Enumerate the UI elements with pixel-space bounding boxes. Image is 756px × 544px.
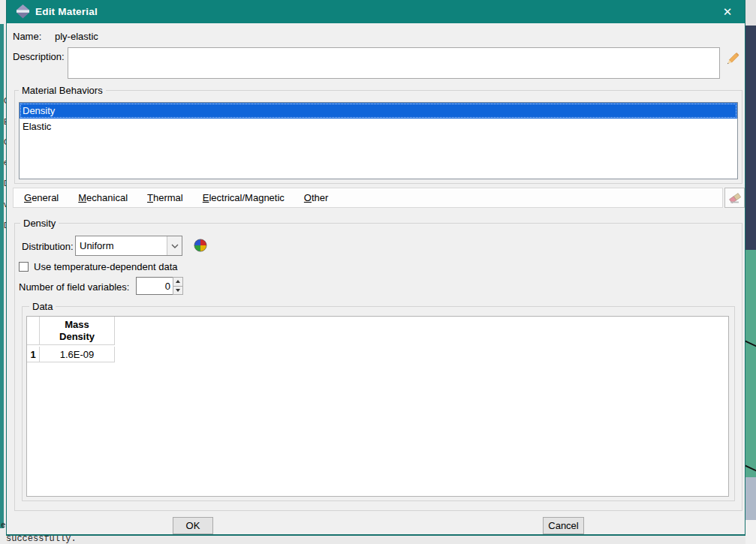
name-value: ply-elastic bbox=[55, 31, 98, 42]
mass-density-cell[interactable]: 1.6E-09 bbox=[40, 347, 115, 362]
cancel-button[interactable]: Cancel bbox=[543, 517, 584, 534]
header-line-1: Mass bbox=[65, 319, 89, 331]
row-number-cell: 1 bbox=[27, 347, 40, 362]
header-line-2: Density bbox=[59, 331, 95, 343]
behavior-item-elastic[interactable]: Elastic bbox=[20, 119, 737, 134]
table-row[interactable]: 1 1.6E-09 bbox=[27, 347, 115, 362]
close-icon[interactable]: ✕ bbox=[718, 3, 737, 20]
material-behaviors-legend: Material Behaviors bbox=[19, 85, 106, 96]
data-legend: Data bbox=[29, 301, 56, 312]
description-input[interactable] bbox=[68, 47, 720, 79]
table-header-row: Mass Density bbox=[27, 317, 115, 345]
description-label: Description: bbox=[13, 51, 65, 62]
material-diamond-icon bbox=[16, 5, 30, 19]
viewport-bottom-sliver bbox=[745, 520, 756, 544]
spinner-up-icon[interactable] bbox=[173, 277, 183, 287]
data-table[interactable]: Mass Density 1 1.6E-09 bbox=[26, 316, 729, 497]
menu-other[interactable]: Other bbox=[304, 192, 329, 203]
delete-behavior-button[interactable] bbox=[724, 188, 745, 208]
pencil-icon bbox=[724, 51, 740, 68]
field-variables-stepper[interactable]: 0 bbox=[136, 277, 183, 295]
menu-general[interactable]: General bbox=[24, 192, 59, 203]
temperature-dependent-checkbox[interactable] bbox=[19, 262, 29, 272]
behavior-item-density[interactable]: Density bbox=[20, 103, 737, 119]
distribution-value: Uniform bbox=[76, 240, 167, 251]
discrete-field-icon bbox=[194, 239, 207, 252]
behavior-menubar: General Mechanical Thermal Electrical/Ma… bbox=[13, 188, 723, 208]
background-text-fragment: e bbox=[1, 521, 6, 530]
eraser-icon bbox=[727, 191, 742, 206]
temperature-dependent-label: Use temperature-dependent data bbox=[34, 261, 178, 272]
viewport-model-sliver bbox=[745, 477, 756, 520]
ok-button[interactable]: OK bbox=[173, 517, 213, 534]
field-variables-value[interactable]: 0 bbox=[136, 277, 173, 295]
menu-thermal[interactable]: Thermal bbox=[147, 192, 183, 203]
row-number-header bbox=[27, 317, 40, 344]
name-label: Name: bbox=[13, 31, 41, 42]
field-variables-label: Number of field variables: bbox=[19, 281, 129, 293]
chevron-down-icon[interactable] bbox=[167, 236, 182, 255]
dialog-title: Edit Material bbox=[35, 6, 98, 17]
spinner-down-icon[interactable] bbox=[173, 287, 183, 296]
distribution-label: Distribution: bbox=[22, 241, 74, 252]
distribution-select[interactable]: Uniform bbox=[75, 236, 182, 256]
edit-material-dialog: Edit Material ✕ Name: ply-elastic Descri… bbox=[6, 0, 745, 536]
background-viewport-strip bbox=[745, 0, 756, 544]
material-behaviors-list[interactable]: Density Elastic bbox=[19, 102, 738, 179]
viewport-toolbar-sliver bbox=[745, 0, 756, 26]
density-legend: Density bbox=[20, 218, 59, 229]
viewport-ground-gradient bbox=[745, 250, 756, 477]
edit-description-button[interactable] bbox=[722, 50, 742, 69]
dialog-titlebar[interactable]: Edit Material ✕ bbox=[7, 0, 745, 23]
menu-electrical-magnetic[interactable]: Electrical/Magnetic bbox=[203, 192, 285, 203]
viewport-sky-gradient bbox=[745, 26, 756, 250]
menu-mechanical[interactable]: Mechanical bbox=[78, 192, 128, 203]
mass-density-header: Mass Density bbox=[40, 317, 115, 344]
screen: Cr E C er De va Di e successfully. Edit … bbox=[0, 0, 756, 544]
create-discrete-field-button[interactable] bbox=[192, 237, 209, 254]
